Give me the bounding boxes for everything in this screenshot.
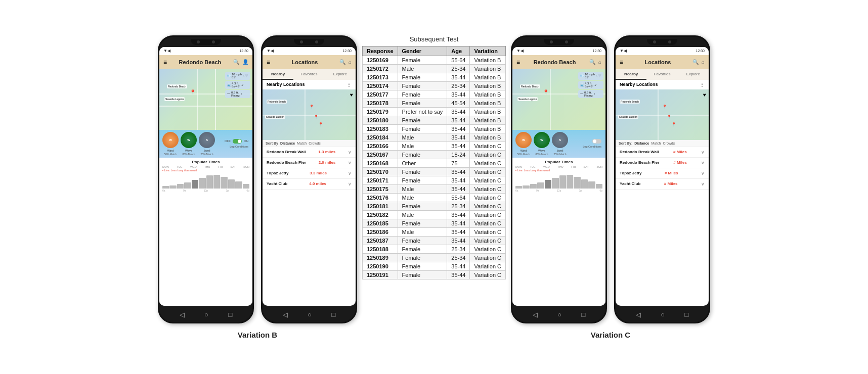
screen-b1: ▼◀ 12:30 ≡ Redondo Beach 🔍 👤 <box>159 47 252 306</box>
day-tue-b1: TUE <box>177 165 182 168</box>
cell-age-16: 55-64 <box>447 193 470 202</box>
wind-label-b1: Wind <box>162 149 179 152</box>
location-item-4-b2[interactable]: Yacht Club 4.0 miles ∨ <box>263 179 356 190</box>
bar-5 <box>192 180 198 189</box>
search-icon-c1[interactable]: 🔍 <box>589 59 595 65</box>
cell-gender-19: Female <box>398 219 447 227</box>
sort-match-b2[interactable]: Match <box>297 142 307 145</box>
swell-label-b1: Swell <box>199 149 215 152</box>
sort-distance-b2[interactable]: Distance <box>280 142 295 145</box>
cell-variation-22: Variation C <box>470 245 506 253</box>
wind-icon-c1: 💨 <box>580 74 584 77</box>
sort-distance-c2[interactable]: Distance <box>634 142 649 145</box>
sort-crowds-b2[interactable]: Crowds <box>309 142 321 145</box>
popular-times-c1: Popular Times MON TUE WED THU FRI SAT SU… <box>512 158 605 306</box>
header-icons-b1: 🔍 👤 <box>233 59 248 65</box>
menu-icon-c1[interactable]: ≡ <box>516 59 520 66</box>
location-item-3-c2[interactable]: Topaz Jetty # Miles ∨ <box>616 168 709 179</box>
tab-nearby-b2[interactable]: Nearby <box>263 69 293 80</box>
search-icon-c2[interactable]: 🔍 <box>692 59 699 65</box>
heart-icon-c2[interactable]: ♥ <box>703 92 706 98</box>
bar-2 <box>169 185 176 189</box>
tab-explore-b2[interactable]: Explore <box>325 69 356 80</box>
recent-icon-c1[interactable]: □ <box>581 311 585 318</box>
nearby-header-b2: Nearby Locations ⋮ <box>263 80 356 89</box>
location-item-4-c2[interactable]: Yacht Club # Miles ∨ <box>616 179 709 190</box>
map-label-redondo-c2: Redondo Beach <box>620 100 640 104</box>
day-tue-c1: TUE <box>530 165 535 168</box>
location-item-1-b2[interactable]: Redondo Break Wall 1.3 miles ∨ <box>263 147 356 158</box>
map-b2: Redondo Beach Seaside Lagoon ♥ 📍 📍 📍 <box>263 89 356 140</box>
wave-match-c1: 85% Match <box>534 153 550 156</box>
search-icon-b1[interactable]: 🔍 <box>233 59 239 65</box>
tab-favorites-c2[interactable]: Favorties <box>646 69 677 80</box>
wind-circle-b1: W <box>162 132 179 148</box>
home-icon-c2[interactable]: ○ <box>661 311 665 318</box>
surf-circles-c1: W W S Log Conditions <box>515 132 602 148</box>
more-icon-b2[interactable]: ⋮ <box>346 82 352 87</box>
main-container: ▼◀ 12:30 ≡ Redondo Beach 🔍 👤 <box>10 35 858 339</box>
home-icon-b2[interactable]: ○ <box>308 311 312 318</box>
tab-favorites-b2[interactable]: Favorites <box>293 69 324 80</box>
signal-icon-c1: ▼◀ <box>516 49 524 53</box>
swell-widget-b1: 〰 0.5 ft. Rising ↑ <box>225 90 250 98</box>
menu-icon-c2[interactable]: ≡ <box>620 59 623 66</box>
location-item-3-b2[interactable]: Topaz Jetty 3.3 miles ∨ <box>263 168 356 179</box>
loc-chevron-4-c2: ∨ <box>701 181 705 186</box>
more-icon-c2[interactable]: ⋮ <box>700 82 705 87</box>
home-nav-c1[interactable]: ⌂ <box>598 59 601 65</box>
recent-icon-b2[interactable]: □ <box>331 311 335 318</box>
nearby-header-c2: Nearby Locations ⋮ <box>616 80 709 89</box>
bar-11 <box>235 181 242 189</box>
tab-nearby-c2[interactable]: Nearby <box>616 69 646 80</box>
recent-icon-c2[interactable]: □ <box>684 311 688 318</box>
heart-icon-b2[interactable]: ♥ <box>350 92 353 98</box>
menu-icon-b1[interactable]: ≡ <box>163 59 167 66</box>
sort-crowds-c2[interactable]: Crowds <box>663 142 675 145</box>
cell-response-11: 1250167 <box>362 150 398 159</box>
back-icon-b1[interactable]: ◁ <box>180 311 185 318</box>
surf-section-b1: W W S OFF ON Log Conditions <box>159 130 252 158</box>
swell-label-c1: Swell <box>552 149 568 152</box>
loc-chevron-4-b2: ∨ <box>348 181 352 186</box>
location-item-2-c2[interactable]: Redondo Beach Pier # Miles ∨ <box>616 158 709 168</box>
col-variation: Variation <box>470 46 506 56</box>
bar-1 <box>162 186 169 189</box>
home-nav-icon-b2[interactable]: ⌂ <box>349 59 352 65</box>
table-row: 1250169Female55-64Variation B <box>362 56 505 64</box>
cell-age-4: 35-44 <box>447 90 470 99</box>
tab-explore-c2[interactable]: Explore <box>678 69 709 80</box>
home-icon-c1[interactable]: ○ <box>557 311 561 318</box>
cell-variation-18: Variation C <box>470 210 506 219</box>
cell-gender-15: Male <box>398 184 447 193</box>
cell-variation-5: Variation B <box>470 99 506 107</box>
status-right-c2: 12:30 <box>696 49 705 53</box>
toggle-switch-b1[interactable] <box>233 139 242 144</box>
back-icon-c1[interactable]: ◁ <box>533 311 538 318</box>
bar-c-5 <box>545 180 551 189</box>
sort-match-c2[interactable]: Match <box>651 142 661 145</box>
cell-gender-3: Female <box>398 81 447 90</box>
bar-c-10 <box>581 179 588 189</box>
toggle-switch-c1[interactable] <box>592 139 601 144</box>
location-item-1-c2[interactable]: Redondo Break Wall # Miles ∨ <box>616 147 709 158</box>
cell-gender-4: Female <box>398 90 447 99</box>
location-item-2-b2[interactable]: Redondo Beach Pier 2.0 miles ∨ <box>263 158 356 168</box>
bars-c1 <box>515 173 602 189</box>
swell-status-b1: Rising <box>231 94 240 97</box>
recent-icon-b1[interactable]: □ <box>228 311 232 318</box>
menu-icon-b2[interactable]: ≡ <box>267 59 270 66</box>
search-icon-b2[interactable]: 🔍 <box>339 59 345 65</box>
table-body: 1250169Female55-64Variation B1250172Male… <box>362 56 505 279</box>
home-nav-icon-c2[interactable]: ⌂ <box>702 59 705 65</box>
back-icon-c2[interactable]: ◁ <box>636 311 641 318</box>
cell-age-20: 35-44 <box>447 227 470 236</box>
cell-gender-8: Female <box>398 124 447 133</box>
back-icon-b2[interactable]: ◁ <box>283 311 288 318</box>
home-icon-b1[interactable]: ○ <box>204 311 208 318</box>
sort-label-b2: Sort By <box>266 142 278 145</box>
user-icon-b1[interactable]: 👤 <box>242 59 248 65</box>
bar-c-9 <box>574 177 580 189</box>
wave-circle-b1: W <box>181 132 197 148</box>
wind-temp-b1: 81° <box>232 76 242 79</box>
